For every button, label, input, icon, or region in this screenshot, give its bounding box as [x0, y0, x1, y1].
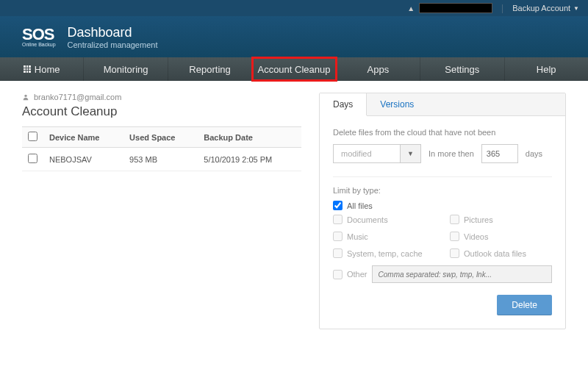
all-files-checkbox[interactable]: [333, 201, 343, 210]
opt-system[interactable]: System, temp, cache: [333, 248, 435, 258]
cell-space: 953 MB: [123, 148, 198, 171]
other-label: Other: [347, 270, 368, 279]
nav-apps-label: Apps: [368, 64, 390, 75]
nav-monitoring[interactable]: Monitoring: [84, 57, 168, 81]
select-all-checkbox[interactable]: [28, 132, 37, 141]
header: SOS Online Backup Dashboard Centralized …: [0, 16, 588, 57]
limit-by-type-label: Limit by type:: [333, 186, 552, 195]
nav-monitoring-label: Monitoring: [104, 64, 148, 75]
logo-sub: Online Backup: [22, 42, 56, 47]
documents-label: Documents: [347, 215, 388, 224]
days-input[interactable]: [481, 144, 518, 163]
divider: |: [501, 3, 503, 13]
opt-outlook[interactable]: Outlook data files: [450, 248, 552, 258]
col-device: Device Name: [43, 127, 123, 148]
pictures-checkbox[interactable]: [450, 215, 459, 224]
header-text: Dashboard Centralized management: [68, 25, 158, 49]
opt-videos[interactable]: Videos: [450, 232, 552, 241]
tab-versions[interactable]: Versions: [367, 93, 427, 115]
more-than-label: In more then: [429, 149, 474, 158]
page-header-subtitle: Centralized management: [68, 40, 158, 49]
nav-settings[interactable]: Settings: [420, 57, 504, 81]
person-icon: [22, 93, 29, 101]
col-date: Backup Date: [198, 127, 301, 148]
cleanup-panel: Days Versions Delete files from the clou…: [319, 93, 566, 329]
left-column: branko7171@gmail.com Account Cleanup Dev…: [22, 93, 301, 171]
videos-label: Videos: [464, 232, 488, 241]
page-header-title: Dashboard: [68, 25, 158, 40]
tabs: Days Versions: [320, 93, 565, 116]
filter-row: modified ▼ In more then days: [333, 144, 552, 163]
music-checkbox[interactable]: [333, 232, 343, 241]
user-email: branko7171@gmail.com: [34, 93, 121, 101]
top-bar: ▲ | Backup Account ▼: [0, 0, 588, 16]
nav-home[interactable]: Home: [0, 57, 84, 81]
devices-table: Device Name Used Space Backup Date NEBOJ…: [22, 126, 301, 171]
table-row[interactable]: NEBOJSAV 953 MB 5/10/2019 2:05 PM: [22, 148, 301, 171]
logo: SOS Online Backup: [22, 26, 56, 47]
modified-select[interactable]: modified ▼: [333, 144, 421, 163]
outlook-checkbox[interactable]: [450, 248, 459, 258]
cell-date: 5/10/2019 2:05 PM: [198, 148, 301, 171]
pictures-label: Pictures: [464, 215, 493, 224]
system-checkbox[interactable]: [333, 248, 343, 258]
opt-all-files[interactable]: All files: [333, 201, 552, 210]
opt-other[interactable]: Other: [333, 265, 552, 283]
tab-days[interactable]: Days: [320, 93, 367, 115]
row-checkbox[interactable]: [28, 154, 37, 163]
cell-device: NEBOJSAV: [43, 148, 123, 171]
logo-main: SOS: [22, 26, 56, 43]
nav-reporting[interactable]: Reporting: [168, 57, 252, 81]
documents-checkbox[interactable]: [333, 215, 343, 224]
select-value: modified: [334, 149, 400, 158]
tab-versions-label: Versions: [380, 99, 414, 110]
backup-account-label: Backup Account: [512, 4, 570, 12]
separator: [333, 176, 552, 177]
nav-cleanup-label: Account Cleanup: [257, 64, 330, 75]
days-suffix: days: [526, 149, 542, 158]
other-extensions-input[interactable]: [372, 265, 552, 283]
main-nav: Home Monitoring Reporting Account Cleanu…: [0, 57, 588, 81]
all-files-label: All files: [347, 201, 373, 210]
page-title: Account Cleanup: [22, 104, 301, 119]
opt-music[interactable]: Music: [333, 232, 435, 241]
svg-point-0: [24, 95, 26, 97]
col-space: Used Space: [123, 127, 198, 148]
nav-settings-label: Settings: [445, 64, 479, 75]
nav-help-label: Help: [537, 64, 556, 75]
nav-help[interactable]: Help: [505, 57, 588, 81]
user-name-box: [419, 3, 492, 13]
breadcrumb-user: branko7171@gmail.com: [22, 93, 301, 101]
delete-button-label: Delete: [512, 300, 537, 310]
content: branko7171@gmail.com Account Cleanup Dev…: [0, 81, 588, 351]
delete-intro-text: Delete files from the cloud that have no…: [333, 128, 552, 137]
music-label: Music: [347, 232, 368, 241]
outlook-label: Outlook data files: [464, 249, 526, 258]
opt-pictures[interactable]: Pictures: [450, 215, 552, 224]
nav-reporting-label: Reporting: [189, 64, 230, 75]
right-column: Days Versions Delete files from the clou…: [319, 93, 566, 329]
chevron-down-icon[interactable]: ▼: [400, 145, 420, 162]
other-checkbox[interactable]: [333, 270, 343, 279]
nav-account-cleanup[interactable]: Account Cleanup: [252, 57, 336, 81]
system-label: System, temp, cache: [347, 249, 423, 258]
opt-documents[interactable]: Documents: [333, 215, 435, 224]
panel-actions: Delete: [333, 295, 552, 315]
delete-button[interactable]: Delete: [497, 295, 552, 315]
nav-home-label: Home: [35, 64, 60, 75]
nav-apps[interactable]: Apps: [337, 57, 420, 81]
user-icon: ▲: [407, 4, 415, 12]
panel-body: Delete files from the cloud that have no…: [320, 116, 565, 329]
backup-account-link[interactable]: Backup Account ▼: [512, 4, 579, 12]
dropdown-arrow-icon: ▼: [573, 5, 579, 12]
grid-icon: [24, 65, 31, 73]
file-type-options: Documents Pictures Music Videos System, …: [333, 215, 552, 283]
videos-checkbox[interactable]: [450, 232, 459, 241]
tab-days-label: Days: [333, 99, 353, 110]
